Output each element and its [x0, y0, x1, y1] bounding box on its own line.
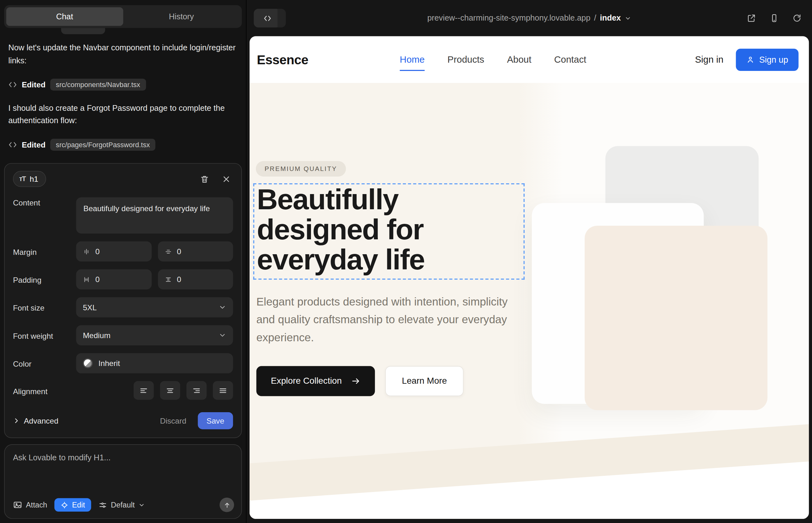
site-nav-actions: Sign in Sign up	[695, 49, 798, 71]
code-view-toggle[interactable]	[254, 9, 281, 28]
clipped-chat-pill	[61, 28, 105, 34]
padding-horizontal-icon	[164, 276, 172, 283]
attach-button[interactable]: Attach	[13, 500, 47, 509]
color-row: Color Inherit	[13, 353, 233, 374]
editor-footer: Advanced Discard Save	[13, 412, 233, 429]
code-icon	[263, 14, 272, 22]
edit-mode-label: Edit	[72, 501, 85, 509]
edit-mode-button[interactable]: Edit	[54, 498, 91, 511]
discard-button[interactable]: Discard	[160, 416, 186, 425]
element-tag-pill[interactable]: ᴛT h1	[13, 171, 46, 187]
nav-link-home[interactable]: Home	[400, 54, 425, 71]
tab-history[interactable]: History	[123, 7, 240, 26]
file-chip[interactable]: src/pages/ForgotPassword.tsx	[50, 139, 156, 151]
sign-up-label: Sign up	[759, 55, 788, 65]
code-icon	[8, 141, 17, 149]
chevron-down-icon	[138, 502, 145, 508]
edited-file-row: Edited src/pages/ForgotPassword.tsx	[8, 139, 237, 151]
element-tag-label: h1	[30, 175, 38, 184]
margin-horizontal-value: 0	[177, 247, 181, 256]
preview-toolbar: preview--charming-site-symphony.lovable.…	[246, 0, 812, 36]
align-center-button[interactable]	[160, 381, 180, 400]
font-size-label: Font size	[13, 302, 76, 312]
hero-badge: PREMIUM QUALITY	[256, 161, 346, 177]
close-panel-icon[interactable]	[222, 175, 231, 184]
padding-horizontal-value: 0	[177, 275, 181, 284]
font-size-value: 5XL	[83, 303, 97, 312]
padding-vertical-icon	[83, 276, 90, 283]
chat-message: I should also create a Forgot Password p…	[8, 102, 237, 128]
explore-collection-button[interactable]: Explore Collection	[256, 366, 375, 396]
hero-heading[interactable]: Beautifully designed for everyday life	[257, 184, 516, 274]
nav-link-about[interactable]: About	[507, 54, 531, 65]
edited-label: Edited	[22, 141, 46, 149]
model-label: Default	[111, 501, 135, 509]
align-justify-button[interactable]	[213, 381, 233, 400]
font-weight-value: Medium	[83, 331, 110, 340]
image-icon	[13, 500, 22, 509]
nav-link-contact[interactable]: Contact	[554, 54, 586, 65]
preview-url: preview--charming-site-symphony.lovable.…	[246, 0, 812, 36]
align-right-button[interactable]	[187, 381, 207, 400]
preview-actions	[747, 14, 801, 23]
margin-row: Margin 0 0	[13, 241, 233, 262]
hero-cta-row: Explore Collection Learn More	[256, 366, 463, 396]
file-chip[interactable]: src/components/Navbar.tsx	[50, 78, 146, 91]
nav-link-products[interactable]: Products	[447, 54, 484, 65]
composer-toolbar: Attach Edit Default	[13, 498, 234, 512]
composer-input[interactable]	[13, 453, 234, 468]
margin-horizontal-input[interactable]: 0	[158, 241, 233, 262]
align-left-button[interactable]	[134, 381, 154, 400]
model-selector[interactable]: Default	[99, 501, 145, 509]
advanced-expander[interactable]: Advanced	[13, 416, 58, 425]
alignment-label: Alignment	[13, 385, 76, 395]
color-select[interactable]: Inherit	[76, 353, 233, 374]
url-separator: /	[594, 14, 596, 23]
site-nav-links: Home Products About Contact	[400, 54, 586, 65]
editor-header-actions	[200, 175, 233, 184]
padding-vertical-value: 0	[95, 275, 100, 284]
margin-vertical-input[interactable]: 0	[76, 241, 152, 262]
content-input[interactable]: Beautifully designed for everyday life	[76, 197, 233, 233]
refresh-icon[interactable]	[792, 14, 801, 23]
open-in-new-tab-icon[interactable]	[747, 14, 756, 23]
app-window: Chat History Now let's update the Navbar…	[0, 0, 812, 523]
send-button[interactable]	[219, 498, 234, 512]
color-label: Color	[13, 358, 76, 368]
learn-more-button[interactable]: Learn More	[385, 366, 464, 396]
selected-element-outline[interactable]: Beautifully designed for everyday life	[253, 183, 525, 279]
decorative-card-cream	[585, 226, 767, 410]
font-weight-label: Font weight	[13, 330, 76, 340]
content-row: Content Beautifully designed for everyda…	[13, 197, 233, 233]
padding-horizontal-input[interactable]: 0	[158, 269, 233, 290]
margin-horizontal-icon	[164, 248, 172, 255]
color-value: Inherit	[99, 359, 120, 368]
sign-in-link[interactable]: Sign in	[695, 54, 723, 65]
device-preview-icon[interactable]	[770, 14, 779, 23]
url-page: index	[600, 14, 621, 23]
margin-vertical-icon	[83, 248, 90, 255]
edited-file-row: Edited src/components/Navbar.tsx	[8, 78, 237, 91]
chat-sidebar: Chat History Now let's update the Navbar…	[0, 0, 246, 523]
edited-label: Edited	[22, 80, 46, 89]
tab-chat[interactable]: Chat	[6, 7, 123, 26]
delete-element-icon[interactable]	[200, 175, 209, 184]
sign-up-button[interactable]: Sign up	[736, 49, 799, 71]
arrow-right-icon	[351, 376, 360, 385]
margin-label: Margin	[13, 247, 76, 256]
chevron-down-icon	[624, 15, 631, 21]
content-label: Content	[13, 197, 76, 207]
font-weight-select[interactable]: Medium	[76, 325, 233, 345]
site-logo[interactable]: Essence	[257, 52, 308, 67]
hero-paragraph: Elegant products designed with intention…	[256, 293, 508, 347]
preview-viewport: Essence Home Products About Contact Sign…	[250, 36, 809, 519]
arrow-up-icon	[223, 501, 231, 509]
url-host: preview--charming-site-symphony.lovable.…	[427, 14, 590, 23]
font-size-select[interactable]: 5XL	[76, 297, 233, 318]
padding-label: Padding	[13, 274, 76, 284]
padding-vertical-input[interactable]: 0	[76, 269, 152, 290]
sliders-icon	[99, 501, 107, 509]
padding-row: Padding 0 0	[13, 269, 233, 290]
font-weight-row: Font weight Medium	[13, 325, 233, 345]
save-button[interactable]: Save	[198, 412, 233, 429]
